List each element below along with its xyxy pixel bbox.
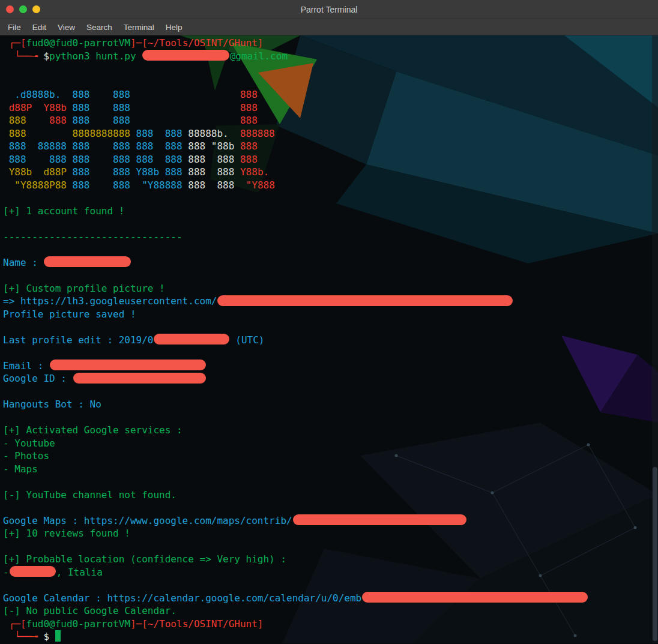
terminal-text: 888 bbox=[240, 102, 258, 113]
terminal-text bbox=[130, 115, 240, 126]
terminal-text: 888 bbox=[234, 154, 258, 165]
terminal-text: └──╼ bbox=[3, 50, 43, 62]
close-button[interactable] bbox=[6, 5, 14, 13]
menu-help[interactable]: Help bbox=[160, 21, 188, 34]
banner-line: 888 8888888888 888 888 88888b. 888888 bbox=[3, 127, 658, 140]
terminal-text: 888 bbox=[240, 89, 258, 100]
terminal-text bbox=[130, 89, 240, 100]
menu-file[interactable]: File bbox=[2, 21, 26, 34]
terminal-text: 888 888 bbox=[67, 179, 130, 191]
terminal-text: ] bbox=[258, 618, 264, 630]
banner-line: 888 888 888 888 888 888 888 888 888 bbox=[3, 153, 658, 166]
banner-line: .d8888b. 888 888 888 bbox=[3, 88, 658, 101]
scrollbar[interactable] bbox=[652, 35, 658, 643]
location-line: -, Italia bbox=[3, 566, 658, 579]
terminal-text: fud0@fud0-parrotVM bbox=[26, 618, 130, 630]
terminal-text: [-] No public Google Calendar. bbox=[3, 605, 177, 616]
terminal-line bbox=[3, 269, 658, 282]
terminal-line bbox=[3, 217, 658, 230]
terminal-text: 888 888 bbox=[130, 154, 183, 165]
terminal-text: 888 888 bbox=[183, 154, 235, 165]
terminal-text: Y88b 888 bbox=[130, 166, 183, 178]
terminal-text: 888 8888888888 bbox=[3, 128, 130, 139]
window-controls bbox=[0, 5, 40, 13]
terminal-text: 888 888 bbox=[67, 166, 130, 178]
terminal-text: - bbox=[3, 567, 9, 578]
banner-line: "Y8888P88 888 888 "Y88888 888 888 "Y888 bbox=[3, 179, 658, 192]
terminal-text: $ bbox=[43, 631, 55, 642]
terminal-line bbox=[3, 62, 658, 76]
terminal-text: 888 888 bbox=[67, 115, 130, 126]
last-profile-edit-line: Last profile edit : 2019/0 (UTC) bbox=[3, 334, 658, 347]
banner-line: 888 88888 888 888 888 888 888 "88b 888 bbox=[3, 140, 658, 153]
terminal-output: ┌─[fud0@fud0-parrotVM]─[~/Tools/OSINT/GH… bbox=[0, 35, 658, 643]
terminal-text: "Y8888P88 bbox=[3, 179, 67, 191]
menubar: File Edit View Search Terminal Help bbox=[0, 19, 658, 35]
terminal-text: [+] 10 reviews found ! bbox=[3, 528, 130, 539]
terminal-text: Email : bbox=[3, 360, 49, 372]
terminal-text: - Maps bbox=[3, 463, 38, 475]
redaction-pill bbox=[154, 334, 229, 345]
terminal-window[interactable]: ┌─[fud0@fud0-parrotVM]─[~/Tools/OSINT/GH… bbox=[0, 35, 658, 643]
scrollbar-thumb[interactable] bbox=[653, 467, 657, 641]
redaction-pill bbox=[44, 256, 130, 267]
terminal-text: 888 bbox=[240, 115, 258, 126]
banner-line: Y88b d88P 888 888 Y88b 888 888 888 Y88b. bbox=[3, 166, 658, 179]
terminal-text: ]─[ bbox=[130, 618, 148, 630]
terminal-text: 888 888 bbox=[183, 179, 235, 191]
separator-line: ------------------------------- bbox=[3, 230, 658, 244]
terminal-text: 888 888 bbox=[130, 128, 183, 139]
google-calendar-line: Google Calendar : https://calendar.googl… bbox=[3, 592, 658, 605]
terminal-cursor bbox=[55, 630, 61, 642]
terminal-text: - Photos bbox=[3, 450, 49, 462]
redaction-pill bbox=[50, 360, 206, 370]
terminal-text: ┌─[ bbox=[3, 618, 26, 630]
profile-picture-url-line: => https://lh3.googleusercontent.com/ bbox=[3, 295, 658, 308]
terminal-text: 88888b. bbox=[183, 128, 229, 139]
terminal-line bbox=[3, 243, 658, 256]
profile-picture-line: [+] Custom profile picture ! bbox=[3, 282, 658, 295]
banner-line: d88P Y88b 888 888 888 bbox=[3, 101, 658, 115]
terminal-line bbox=[3, 475, 658, 489]
terminal-text: 888 888 bbox=[3, 154, 67, 165]
terminal-text: ~/Tools/OSINT/GHunt bbox=[148, 37, 258, 49]
terminal-line bbox=[3, 411, 658, 424]
hangouts-bot-line: Hangouts Bot : No bbox=[3, 398, 658, 411]
menu-view[interactable]: View bbox=[52, 21, 80, 34]
service-maps-line: - Maps bbox=[3, 463, 658, 476]
minimize-button[interactable] bbox=[32, 5, 40, 13]
menu-edit[interactable]: Edit bbox=[27, 21, 52, 34]
email-line: Email : bbox=[3, 360, 658, 373]
terminal-text: Hangouts Bot : No bbox=[3, 399, 101, 410]
redaction-pill bbox=[293, 514, 466, 525]
redaction-pill bbox=[10, 566, 56, 577]
services-header-line: [+] Activated Google services : bbox=[3, 424, 658, 437]
terminal-line bbox=[3, 540, 658, 553]
terminal-text: [+] Activated Google services : bbox=[3, 424, 183, 436]
terminal-line bbox=[3, 346, 658, 360]
terminal-text: , Italia bbox=[56, 567, 103, 578]
terminal-text: Profile picture saved ! bbox=[3, 308, 136, 320]
terminal-text: ]─[ bbox=[130, 37, 148, 49]
terminal-text: Google ID : bbox=[3, 373, 73, 384]
terminal-line bbox=[3, 76, 658, 89]
redaction-pill bbox=[362, 592, 588, 603]
maximize-button[interactable] bbox=[19, 5, 27, 13]
menu-search[interactable]: Search bbox=[81, 21, 118, 34]
command-line: └──╼ $python3 hunt.py @gmail.com bbox=[3, 50, 658, 63]
redaction-pill bbox=[217, 295, 512, 306]
terminal-text: Google Maps : https://www.google.com/map… bbox=[3, 515, 292, 526]
terminal-text: => https://lh3.googleusercontent.com/ bbox=[3, 295, 217, 307]
terminal-text: @gmail.com bbox=[230, 50, 288, 62]
service-youtube-line: - Youtube bbox=[3, 437, 658, 450]
terminal-text: [+] Probable location (confidence => Ver… bbox=[3, 553, 286, 565]
google-maps-line: Google Maps : https://www.google.com/map… bbox=[3, 514, 658, 528]
terminal-text: $ bbox=[43, 50, 49, 62]
terminal-text: (UTC) bbox=[230, 334, 265, 346]
google-id-line: Google ID : bbox=[3, 372, 658, 385]
terminal-text: ] bbox=[258, 37, 264, 49]
menu-terminal[interactable]: Terminal bbox=[118, 21, 160, 34]
terminal-text: 888 888 bbox=[67, 154, 130, 165]
terminal-text: ┌─[ bbox=[3, 37, 26, 49]
terminal-text: ------------------------------- bbox=[3, 231, 183, 242]
